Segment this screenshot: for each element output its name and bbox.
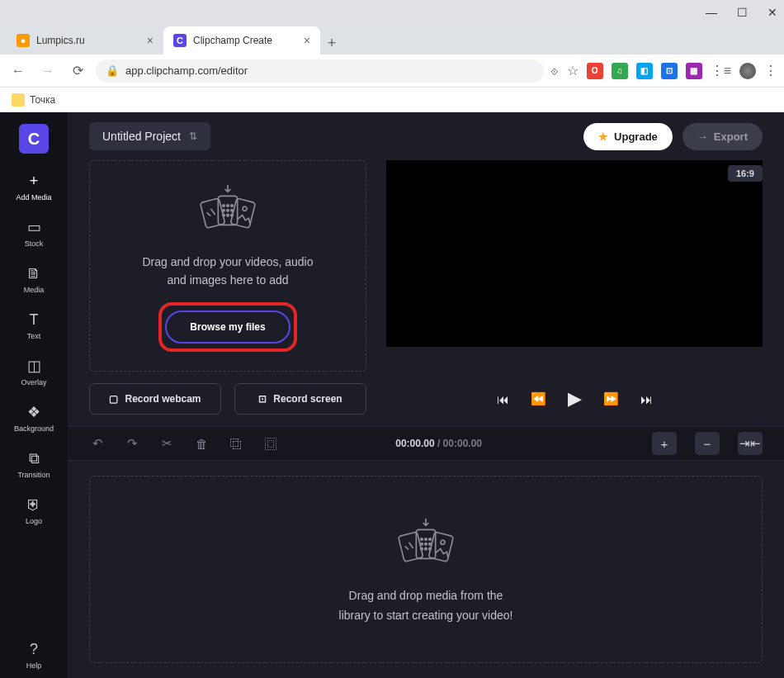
copy-button[interactable]: ⿻ bbox=[228, 437, 244, 451]
translate-icon[interactable]: ⟐ bbox=[550, 64, 559, 78]
extension-icon[interactable]: ⊡ bbox=[661, 63, 678, 79]
bookmark-item[interactable]: Точка bbox=[30, 94, 55, 106]
file-icon: 🗎 bbox=[25, 264, 43, 282]
preview-panel: 16:9 bbox=[386, 160, 763, 372]
sidebar-label: Overlay bbox=[21, 378, 46, 386]
stock-icon: ▭ bbox=[25, 218, 43, 236]
undo-button[interactable]: ↶ bbox=[89, 436, 106, 451]
close-window-button[interactable]: ✕ bbox=[767, 6, 777, 19]
webcam-icon: ▢ bbox=[109, 393, 118, 405]
svg-point-18 bbox=[425, 548, 427, 550]
back-button[interactable]: ← bbox=[7, 59, 30, 83]
forward-button[interactable]: → bbox=[36, 59, 59, 83]
window-controls: — ☐ ✕ bbox=[0, 0, 784, 25]
record-webcam-button[interactable]: ▢ Record webcam bbox=[89, 383, 221, 415]
svg-point-3 bbox=[227, 204, 229, 206]
sidebar-item-help[interactable]: ? Help bbox=[0, 632, 68, 678]
bookmark-folder-icon bbox=[12, 93, 25, 107]
url-field[interactable]: 🔒 app.clipchamp.com/editor bbox=[96, 59, 544, 83]
sidebar-item-overlay[interactable]: ◫ Overlay bbox=[0, 348, 68, 395]
browser-tab-inactive[interactable]: ● Lumpics.ru × bbox=[7, 26, 163, 55]
sidebar-label: Text bbox=[27, 332, 41, 340]
arrow-right-icon: → bbox=[697, 130, 708, 143]
new-tab-button[interactable]: + bbox=[320, 31, 343, 55]
upper-panel: Drag and drop your videos, audio and ima… bbox=[89, 160, 763, 372]
url-text: app.clipchamp.com/editor bbox=[125, 64, 248, 77]
media-dropzone[interactable]: Drag and drop your videos, audio and ima… bbox=[89, 160, 366, 372]
timeline-dropzone[interactable]: Drag and drop media from the library to … bbox=[89, 476, 763, 663]
extension-icon[interactable]: ▦ bbox=[686, 63, 702, 79]
reload-button[interactable]: ⟳ bbox=[66, 59, 89, 83]
sidebar-item-transition[interactable]: ⧉ Transition bbox=[0, 441, 68, 487]
media-cards-icon bbox=[187, 180, 269, 239]
svg-point-23 bbox=[421, 548, 423, 550]
dropzone-text: Drag and drop your videos, audio and ima… bbox=[142, 253, 313, 290]
overlay-icon: ◫ bbox=[25, 357, 43, 375]
plus-icon: + bbox=[25, 172, 43, 190]
svg-point-8 bbox=[223, 209, 225, 211]
export-label: Export bbox=[714, 130, 748, 143]
highlight-annotation: Browse my files bbox=[158, 302, 296, 352]
rewind-button[interactable]: ⏪ bbox=[531, 391, 546, 406]
content: Drag and drop your videos, audio and ima… bbox=[68, 160, 784, 678]
sidebar-item-add-media[interactable]: + Add Media bbox=[0, 164, 68, 210]
main: Untitled Project ⇅ ★ Upgrade → Export bbox=[68, 112, 784, 678]
sidebar-item-stock[interactable]: ▭ Stock bbox=[0, 210, 68, 256]
forward-button[interactable]: ⏩ bbox=[603, 391, 619, 406]
app-logo[interactable]: C bbox=[19, 124, 49, 154]
extension-icon[interactable]: ♫ bbox=[612, 63, 628, 79]
duplicate-button[interactable]: ⿴ bbox=[262, 437, 279, 451]
skip-end-button[interactable]: ⏭ bbox=[640, 392, 653, 406]
minimize-button[interactable]: — bbox=[706, 6, 717, 19]
reading-list-icon[interactable]: ⋮≡ bbox=[711, 63, 731, 78]
extension-icon[interactable]: ◧ bbox=[636, 63, 653, 79]
maximize-button[interactable]: ☐ bbox=[737, 6, 748, 19]
close-tab-icon[interactable]: × bbox=[147, 34, 153, 47]
zoom-in-button[interactable]: + bbox=[652, 432, 677, 455]
browser-tab-active[interactable]: C Clipchamp Create × bbox=[163, 26, 320, 55]
export-button[interactable]: → Export bbox=[682, 123, 763, 150]
browse-files-button[interactable]: Browse my files bbox=[165, 311, 290, 344]
record-screen-button[interactable]: ⊡ Record screen bbox=[234, 383, 366, 415]
redo-button[interactable]: ↷ bbox=[124, 436, 140, 451]
menu-icon[interactable]: ⋮ bbox=[764, 63, 777, 78]
project-title[interactable]: Untitled Project ⇅ bbox=[89, 122, 210, 150]
sidebar-item-text[interactable]: T Text bbox=[0, 302, 68, 348]
text-icon: T bbox=[25, 311, 43, 329]
close-tab-icon[interactable]: × bbox=[304, 34, 310, 47]
media-panel: Drag and drop your videos, audio and ima… bbox=[89, 160, 366, 372]
tab-title: Clipchamp Create bbox=[193, 35, 272, 46]
timeline-text: Drag and drop media from the library to … bbox=[339, 586, 513, 626]
cut-button[interactable]: ✂ bbox=[158, 436, 175, 451]
svg-rect-0 bbox=[201, 198, 225, 228]
preview-canvas bbox=[386, 160, 763, 347]
sidebar-label: Stock bbox=[25, 239, 44, 248]
topbar: Untitled Project ⇅ ★ Upgrade → Export bbox=[68, 112, 784, 160]
sidebar-item-logo[interactable]: ⛨ Logo bbox=[0, 487, 68, 533]
aspect-ratio-badge[interactable]: 16:9 bbox=[728, 165, 763, 182]
media-cards-icon bbox=[385, 514, 467, 573]
star-icon[interactable]: ☆ bbox=[567, 63, 579, 78]
sidebar-item-background[interactable]: ❖ Background bbox=[0, 395, 68, 441]
zoom-out-button[interactable]: − bbox=[695, 432, 720, 455]
favicon-icon: C bbox=[173, 34, 187, 47]
sidebar-label: Add Media bbox=[16, 193, 51, 202]
fit-button[interactable]: ⇥⇤ bbox=[738, 432, 763, 455]
delete-button[interactable]: 🗑 bbox=[193, 437, 210, 451]
svg-rect-15 bbox=[428, 532, 453, 562]
avatar-icon[interactable] bbox=[739, 63, 756, 79]
extension-icon[interactable]: O bbox=[587, 63, 603, 79]
star-icon: ★ bbox=[598, 130, 608, 143]
upgrade-button[interactable]: ★ Upgrade bbox=[583, 123, 673, 150]
playback-controls: ⏮ ⏪ ▶ ⏩ ⏭ bbox=[386, 383, 763, 415]
sync-icon: ⇅ bbox=[189, 130, 197, 142]
svg-point-4 bbox=[227, 209, 229, 211]
svg-point-22 bbox=[429, 543, 432, 545]
address-bar: ← → ⟳ 🔒 app.clipchamp.com/editor ⟐ ☆ O ♫… bbox=[0, 55, 784, 88]
sidebar-label: Logo bbox=[26, 517, 42, 525]
skip-start-button[interactable]: ⏮ bbox=[497, 392, 509, 406]
tab-title: Lumpics.ru bbox=[36, 35, 85, 46]
sidebar-item-media[interactable]: 🗎 Media bbox=[0, 256, 68, 302]
play-button[interactable]: ▶ bbox=[568, 388, 582, 410]
layers-icon: ❖ bbox=[25, 403, 43, 421]
